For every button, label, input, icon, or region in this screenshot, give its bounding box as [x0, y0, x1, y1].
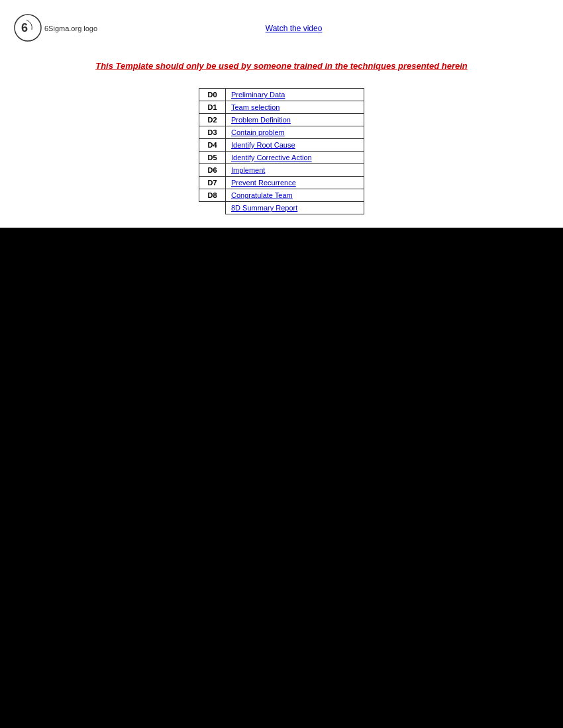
table-row: D3Contain problem: [199, 126, 364, 139]
navigation-table: D0Preliminary DataD1Team selectionD2Prob…: [199, 88, 364, 214]
row-link[interactable]: Contain problem: [231, 128, 285, 136]
empty-code-cell: [199, 202, 226, 214]
row-code: D2: [199, 114, 226, 126]
row-link-cell: Problem Definition: [226, 114, 364, 126]
table-row: D6Implement: [199, 164, 364, 177]
row-code: D3: [199, 126, 226, 139]
row-link[interactable]: Problem Definition: [231, 116, 291, 124]
disclaimer-text: This Template should only be used by som…: [95, 61, 468, 71]
row-link[interactable]: Identify Corrective Action: [231, 154, 312, 161]
row-code: D6: [199, 164, 226, 177]
row-code: D5: [199, 152, 226, 164]
page-content: 6 6Sigma.org logo Watch the video This T…: [0, 0, 563, 228]
row-link-cell: Contain problem: [226, 126, 364, 139]
disclaimer: This Template should only be used by som…: [13, 56, 550, 75]
table-row: D4Identify Root Cause: [199, 139, 364, 152]
row-link[interactable]: Team selection: [231, 103, 280, 111]
row-code: D0: [199, 89, 226, 101]
extra-link[interactable]: 8D Summary Report: [231, 204, 297, 212]
row-link-cell: Preliminary Data: [226, 89, 364, 101]
table-container: D0Preliminary DataD1Team selectionD2Prob…: [13, 88, 550, 214]
row-link-cell: Identify Root Cause: [226, 139, 364, 152]
svg-text:6: 6: [21, 21, 28, 34]
table-row: D0Preliminary Data: [199, 89, 364, 101]
row-link-cell: Team selection: [226, 101, 364, 114]
watch-video-link[interactable]: Watch the video: [97, 24, 490, 33]
table-row-extra: 8D Summary Report: [199, 202, 364, 214]
row-link[interactable]: Preliminary Data: [231, 91, 285, 99]
table-row: D7Prevent Recurrence: [199, 177, 364, 189]
logo-container: 6 6Sigma.org logo: [13, 13, 97, 43]
row-code: D4: [199, 139, 226, 152]
table-row: D5Identify Corrective Action: [199, 152, 364, 164]
row-link-cell: Implement: [226, 164, 364, 177]
row-link-cell: Prevent Recurrence: [226, 177, 364, 189]
logo-text: 6Sigma.org logo: [44, 24, 97, 32]
row-code: D8: [199, 189, 226, 202]
table-row: D8Congratulate Team: [199, 189, 364, 202]
header: 6 6Sigma.org logo Watch the video: [13, 7, 550, 50]
row-code: D1: [199, 101, 226, 114]
row-code: D7: [199, 177, 226, 189]
logo-icon: 6: [13, 13, 43, 43]
extra-link-cell: 8D Summary Report: [226, 202, 364, 214]
row-link[interactable]: Implement: [231, 166, 265, 174]
row-link-cell: Congratulate Team: [226, 189, 364, 202]
table-row: D1Team selection: [199, 101, 364, 114]
row-link[interactable]: Congratulate Team: [231, 191, 293, 199]
row-link-cell: Identify Corrective Action: [226, 152, 364, 164]
row-link[interactable]: Identify Root Cause: [231, 141, 295, 149]
row-link[interactable]: Prevent Recurrence: [231, 179, 296, 187]
table-row: D2Problem Definition: [199, 114, 364, 126]
